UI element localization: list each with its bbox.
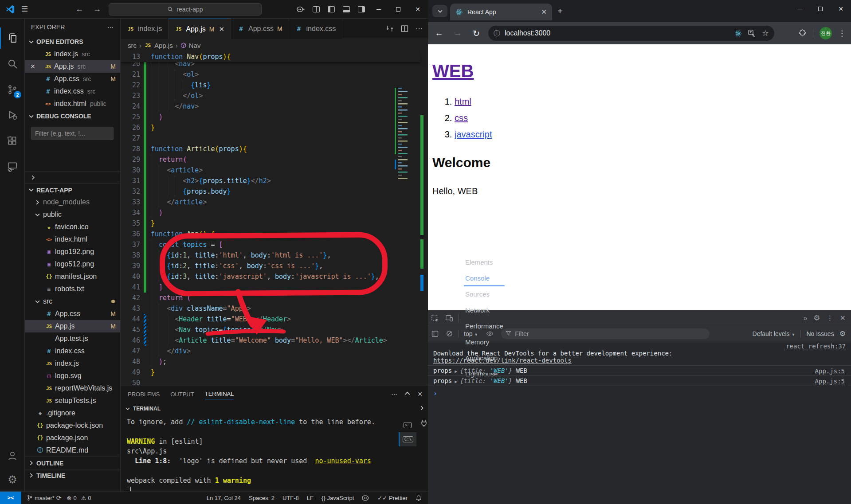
file-logo192.png[interactable]: ▣logo192.png (25, 246, 120, 258)
code-line[interactable]: 31 <h2>{props.title}</h2> (121, 176, 391, 186)
topic-link-javascript[interactable]: javascript (455, 129, 492, 139)
chevron-right-icon[interactable] (420, 406, 424, 412)
topic-link-html[interactable]: html (455, 97, 471, 106)
browser-menu-icon[interactable]: ⋮ (838, 29, 846, 38)
terminal-cmd-item[interactable]: C:\ (399, 432, 416, 446)
console-source-link[interactable]: react_refresh:37 (786, 343, 846, 350)
file-.gitignore[interactable]: ◆.gitignore (25, 407, 120, 419)
tab-close-icon[interactable]: ✕ (541, 8, 547, 16)
code-line[interactable]: 44 <Header title="WEB"></Header> (121, 314, 391, 324)
explorer-activity-icon[interactable] (0, 27, 25, 49)
code-line[interactable]: 28 function Article(props){ (121, 144, 391, 154)
file-favicon.ico[interactable]: ★favicon.ico (25, 221, 120, 233)
browser-back-icon[interactable]: ← (431, 26, 447, 41)
devtools-tab-network[interactable]: Network (460, 302, 508, 318)
console-source-link[interactable]: App.js:5 (815, 367, 845, 375)
breadcrumb[interactable]: src› JS App.js› Nav (121, 39, 428, 51)
editor-tab-index.js[interactable]: JSindex.js (121, 19, 169, 39)
editor-tab-App.js[interactable]: JSApp.js M ✕ (169, 19, 231, 39)
file-logo512.png[interactable]: ▣logo512.png (25, 258, 120, 270)
language-mode[interactable]: {} JavaScript (322, 495, 354, 501)
address-bar[interactable]: ⓘ localhost:3000 ☆ (488, 26, 774, 41)
default-levels-dropdown[interactable]: Default levels ▼ (753, 330, 796, 337)
editor-tab-App.css[interactable]: #App.css M (231, 19, 289, 39)
devtools-download-link[interactable]: https://react.dev/link/react-devtools (433, 357, 572, 364)
code-line[interactable]: 45 <Nav topics={topics}></Nav> (121, 324, 391, 335)
settings-gear-icon[interactable]: ⚙ (0, 469, 25, 490)
extensions-activity-icon[interactable] (0, 130, 25, 152)
customize-layout-button[interactable] (313, 6, 320, 12)
web-title-link[interactable]: WEB (432, 61, 474, 81)
panel-close-icon[interactable]: ✕ (417, 391, 423, 398)
devtools-tab-performance[interactable]: Performance (460, 318, 508, 334)
devtools-tab-console[interactable]: Console (460, 270, 508, 286)
profile-avatar[interactable]: 진환 (820, 27, 832, 39)
devtools-settings-icon[interactable]: ⚙ (813, 313, 820, 323)
console-log-row[interactable]: props▶{title: 'WEB'} WEB App.js:5 (428, 376, 851, 386)
code-editor[interactable]: 20 <nav> 21 <ol> 22 {lis} 23 </ol> 24 </… (121, 51, 428, 386)
toggle-secondary-sidebar-button[interactable] (358, 6, 365, 12)
browser-close-button[interactable]: ✕ (831, 0, 851, 18)
panel-tab-output[interactable]: OUTPUT (170, 389, 194, 399)
file-setupTests.js[interactable]: JSsetupTests.js (25, 395, 120, 407)
open-editors-header[interactable]: OPEN EDITORS (25, 35, 120, 48)
file-robots.txt[interactable]: ≡robots.txt (25, 283, 120, 295)
code-line[interactable]: 35 } (121, 218, 391, 229)
menu-icon[interactable]: ☰ (21, 4, 28, 14)
console-source-link[interactable]: App.js:5 (815, 378, 845, 385)
maximize-button[interactable] (392, 6, 404, 13)
browser-minimize-button[interactable]: ─ (790, 0, 810, 18)
bookmark-star-icon[interactable]: ☆ (762, 28, 769, 38)
code-line[interactable]: 33 </article> (121, 197, 391, 207)
panel-maximize-icon[interactable] (404, 391, 410, 398)
expand-triangle-icon[interactable]: ▶ (455, 369, 457, 374)
terminal[interactable]: To ignore, add // eslint-disable-next-li… (121, 415, 428, 492)
clear-console-icon[interactable] (442, 330, 456, 337)
notifications-bell-icon[interactable] (416, 495, 422, 501)
code-line[interactable]: 26 } (121, 122, 391, 133)
remote-indicator[interactable]: >< (0, 492, 21, 504)
collapsed-section-chevron[interactable] (25, 171, 120, 184)
issues-counter[interactable]: No Issues (806, 330, 834, 337)
code-line[interactable]: 23 </ol> (121, 90, 391, 101)
devtools-tab-sources[interactable]: Sources (460, 286, 508, 302)
folder-src[interactable]: src (25, 295, 120, 308)
devtools-tab-elements[interactable]: Elements (460, 254, 508, 270)
code-line[interactable]: 29 return( (121, 154, 391, 165)
code-line[interactable]: 41 ] (121, 282, 391, 293)
editor-more-actions-icon[interactable]: ⋯ (416, 24, 423, 33)
encoding[interactable]: UTF-8 (282, 495, 299, 501)
console-prompt[interactable]: › (428, 386, 851, 401)
close-icon[interactable]: ✕ (219, 25, 224, 33)
open-editor-item[interactable]: ✕ JSApp.js src M (25, 60, 120, 73)
git-branch-item[interactable]: master* ⟳ (27, 494, 62, 501)
open-editor-item[interactable]: #index.css src (25, 85, 120, 98)
minimize-button[interactable]: ─ (373, 6, 384, 13)
expand-triangle-icon[interactable]: ▶ (455, 379, 457, 384)
panel-more-icon[interactable]: ⋯ (391, 391, 397, 398)
devtools-close-icon[interactable]: ✕ (840, 314, 846, 322)
code-line[interactable]: 49 } (121, 367, 391, 378)
explorer-more-icon[interactable]: ⋯ (107, 23, 114, 31)
open-editor-item[interactable]: #App.css src M (25, 73, 120, 85)
code-line[interactable]: 48 ); (121, 356, 391, 367)
file-logo.svg[interactable]: ◳logo.svg (25, 370, 120, 382)
file-index.js[interactable]: JSindex.js (25, 357, 120, 370)
remote-explorer-activity-icon[interactable] (0, 156, 25, 177)
toggle-panel-button[interactable] (343, 6, 350, 12)
file-manifest.json[interactable]: {}manifest.json (25, 270, 120, 283)
compare-changes-icon[interactable] (386, 25, 394, 32)
file-App.js[interactable]: JSApp.js M (25, 320, 120, 332)
extensions-puzzle-icon[interactable] (798, 29, 807, 38)
file-package-lock.json[interactable]: {}package-lock.json (25, 419, 120, 432)
topic-link-css[interactable]: css (455, 113, 468, 123)
code-line[interactable]: 37 const topics = [ (121, 239, 391, 250)
close-icon[interactable]: ✕ (30, 63, 35, 70)
close-button[interactable]: ✕ (412, 6, 424, 13)
outline-header[interactable]: OUTLINE (25, 457, 120, 469)
debug-console-header[interactable]: DEBUG CONSOLE (25, 110, 120, 122)
file-index.css[interactable]: #index.css (25, 345, 120, 357)
code-line[interactable]: 40 {id:3, title:'javascript', body:'java… (121, 271, 391, 282)
editor-tab-index.css[interactable]: #index.css (289, 19, 343, 39)
file-App.test.js[interactable]: App.test.js (25, 332, 120, 345)
